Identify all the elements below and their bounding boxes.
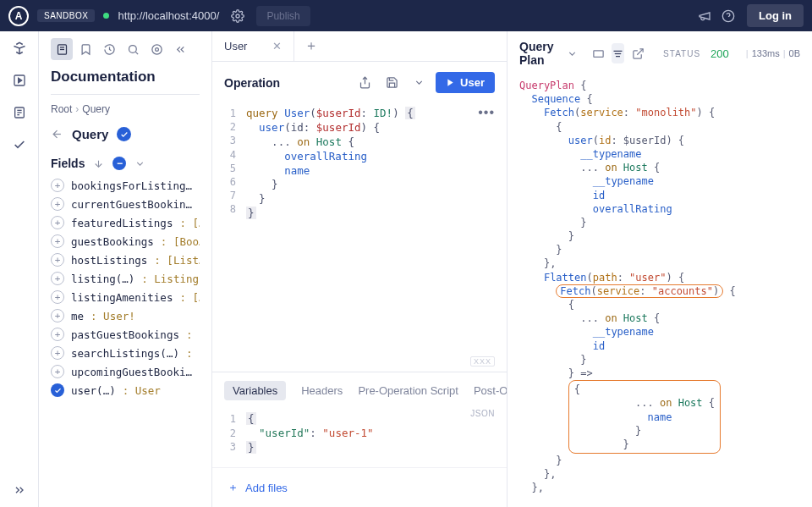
connection-status-dot	[103, 13, 109, 19]
field-row[interactable]: +upcomingGuestBooki…	[51, 365, 200, 378]
sort-icon[interactable]	[93, 158, 104, 169]
vars-tabs: VariablesHeadersPre-Operation ScriptPost…	[212, 372, 507, 409]
chevron-down-icon[interactable]	[134, 158, 145, 169]
settings-icon[interactable]	[226, 4, 250, 28]
run-rail-icon[interactable]	[11, 72, 28, 89]
field-type: : […	[186, 328, 200, 341]
svg-rect-20	[593, 50, 602, 57]
explorer-icon[interactable]	[11, 40, 28, 57]
vars-tab[interactable]: Headers	[301, 384, 343, 397]
top-bar: A SANDBOX http://localhost:4000/ Publish…	[0, 0, 812, 31]
field-type: : […	[186, 347, 200, 360]
plan-chevron-icon[interactable]	[567, 48, 578, 59]
field-row[interactable]: +guestBookings: [Boo…	[51, 234, 200, 248]
apollo-logo[interactable]: A	[8, 6, 29, 26]
back-arrow-icon[interactable]	[51, 128, 63, 141]
field-selected-icon[interactable]	[51, 383, 64, 397]
field-type: : […	[179, 291, 200, 304]
docs-title: Documentation	[51, 69, 200, 85]
vars-tab[interactable]: Pre-Operation Script	[358, 384, 458, 397]
plan-title: Query Plan	[519, 40, 560, 67]
vars-tab[interactable]: Post-Oper	[474, 384, 507, 397]
add-field-icon[interactable]: +	[51, 216, 64, 229]
close-tab-icon[interactable]: ✕	[272, 40, 282, 52]
add-field-icon[interactable]: +	[51, 290, 64, 304]
expand-rail-icon[interactable]	[11, 482, 28, 499]
field-row[interactable]: +listingAmenities: […	[51, 290, 200, 304]
search-icon[interactable]	[122, 38, 144, 60]
docs-view-icon[interactable]	[51, 38, 73, 60]
history-icon[interactable]	[98, 38, 120, 60]
field-row[interactable]: +me: User!	[51, 309, 200, 322]
status-code: 200	[710, 47, 729, 60]
checks-rail-icon[interactable]	[11, 136, 28, 153]
add-files-button[interactable]: ＋Add files	[212, 467, 507, 507]
editor-column: User ✕ ＋ Operation User ••• 12345678 q	[212, 31, 508, 507]
docs-settings-icon[interactable]	[145, 38, 167, 60]
field-type: : [Boo…	[161, 235, 200, 248]
field-name: searchListings(…)	[71, 347, 179, 360]
svg-point-0	[236, 14, 239, 18]
editor-more-icon[interactable]: •••	[478, 105, 495, 120]
operation-tabs: User ✕ ＋	[212, 31, 507, 62]
add-field-icon[interactable]: +	[51, 272, 64, 285]
field-row[interactable]: +pastGuestBookings: […	[51, 328, 200, 341]
fields-heading: Fields	[51, 157, 85, 170]
field-name: listingAmenities	[71, 291, 173, 304]
field-name: bookingsForListing…	[71, 179, 192, 192]
documentation-panel: Documentation Root›Query Query Fields − …	[39, 31, 212, 507]
plan-text-view-icon[interactable]	[612, 43, 625, 63]
variables-editor[interactable]: { "userId": "user-1" }	[246, 412, 374, 455]
add-field-icon[interactable]: +	[51, 234, 64, 248]
field-row[interactable]: +bookingsForListing…	[51, 179, 200, 192]
left-rail	[0, 31, 39, 507]
field-row[interactable]: +featuredListings: […	[51, 216, 200, 229]
share-icon[interactable]	[354, 73, 375, 93]
sandbox-badge: SANDBOX	[37, 9, 95, 22]
plan-external-icon[interactable]	[631, 43, 645, 63]
tab-user[interactable]: User ✕	[212, 31, 294, 61]
field-name: featuredListings	[71, 217, 173, 229]
announcements-icon[interactable]	[693, 4, 716, 28]
collapse-docs-icon[interactable]	[169, 38, 191, 60]
help-icon[interactable]	[716, 4, 740, 28]
field-list: +bookingsForListing…+currentGuestBookin……	[51, 179, 200, 397]
operation-code[interactable]: query User($userId: ID!) { user(id: $use…	[246, 107, 415, 363]
operation-editor[interactable]: ••• 12345678 query User($userId: ID!) { …	[212, 103, 507, 372]
field-row[interactable]: +searchListings(…): […	[51, 346, 200, 360]
field-type: : User	[123, 384, 161, 397]
login-button[interactable]: Log in	[747, 4, 804, 27]
vars-tab[interactable]: Variables	[224, 381, 286, 400]
field-row[interactable]: +hostListings: [List…	[51, 253, 200, 267]
breadcrumb[interactable]: Root›Query	[51, 103, 200, 115]
plan-table-view-icon[interactable]	[591, 43, 605, 63]
bookmark-icon[interactable]	[74, 38, 96, 60]
svg-marker-19	[447, 79, 453, 85]
add-field-icon[interactable]: +	[51, 197, 64, 211]
add-field-icon[interactable]: +	[51, 179, 64, 192]
publish-button[interactable]: Publish	[256, 6, 310, 26]
field-name: upcomingGuestBooki…	[71, 366, 192, 378]
response-size: 0B	[789, 48, 800, 58]
field-row[interactable]: +listing(…): Listing	[51, 272, 200, 285]
add-tab-icon[interactable]: ＋	[294, 37, 328, 55]
field-name: guestBookings	[71, 235, 154, 248]
field-row[interactable]: +currentGuestBookin…	[51, 197, 200, 211]
add-field-icon[interactable]: +	[51, 253, 64, 267]
save-icon[interactable]	[381, 73, 402, 93]
op-menu-chevron-icon[interactable]	[409, 73, 429, 93]
add-field-icon[interactable]: +	[51, 346, 64, 360]
endpoint-url[interactable]: http://localhost:4000/	[118, 9, 219, 22]
svg-point-15	[151, 44, 161, 53]
add-field-icon[interactable]: +	[51, 365, 64, 378]
plan-body[interactable]: QueryPlan { Sequence { Fetch(service: "m…	[508, 75, 812, 507]
run-button[interactable]: User	[436, 72, 495, 93]
schema-rail-icon[interactable]	[11, 104, 28, 121]
svg-point-14	[155, 47, 158, 51]
field-row[interactable]: user(…): User	[51, 383, 200, 397]
type-name: Query	[72, 127, 108, 141]
add-field-icon[interactable]: +	[51, 328, 64, 341]
add-field-icon[interactable]: +	[51, 309, 64, 322]
field-name: currentGuestBookin…	[71, 198, 192, 211]
deselect-all-icon[interactable]: −	[112, 157, 126, 170]
